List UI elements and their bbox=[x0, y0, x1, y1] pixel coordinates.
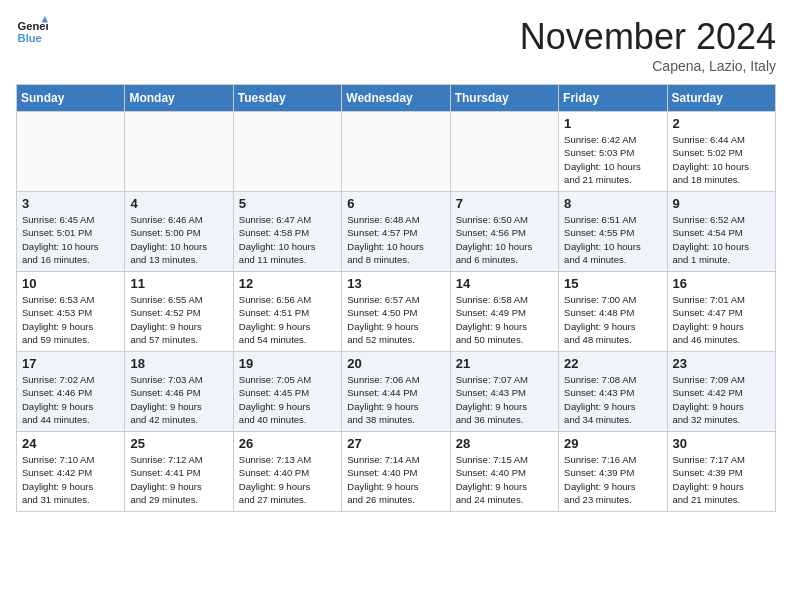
day-number: 5 bbox=[239, 196, 336, 211]
calendar-cell bbox=[450, 112, 558, 192]
day-number: 13 bbox=[347, 276, 444, 291]
day-info: Sunrise: 6:52 AM Sunset: 4:54 PM Dayligh… bbox=[673, 213, 770, 266]
weekday-header: Sunday bbox=[17, 85, 125, 112]
weekday-header: Monday bbox=[125, 85, 233, 112]
day-number: 27 bbox=[347, 436, 444, 451]
day-number: 28 bbox=[456, 436, 553, 451]
page-header: General Blue November 2024 Capena, Lazio… bbox=[16, 16, 776, 74]
calendar-cell: 14Sunrise: 6:58 AM Sunset: 4:49 PM Dayli… bbox=[450, 272, 558, 352]
calendar-cell: 5Sunrise: 6:47 AM Sunset: 4:58 PM Daylig… bbox=[233, 192, 341, 272]
calendar-cell: 6Sunrise: 6:48 AM Sunset: 4:57 PM Daylig… bbox=[342, 192, 450, 272]
day-info: Sunrise: 7:06 AM Sunset: 4:44 PM Dayligh… bbox=[347, 373, 444, 426]
day-number: 22 bbox=[564, 356, 661, 371]
calendar-week-row: 24Sunrise: 7:10 AM Sunset: 4:42 PM Dayli… bbox=[17, 432, 776, 512]
day-info: Sunrise: 7:13 AM Sunset: 4:40 PM Dayligh… bbox=[239, 453, 336, 506]
day-number: 7 bbox=[456, 196, 553, 211]
calendar-cell: 1Sunrise: 6:42 AM Sunset: 5:03 PM Daylig… bbox=[559, 112, 667, 192]
day-info: Sunrise: 7:05 AM Sunset: 4:45 PM Dayligh… bbox=[239, 373, 336, 426]
day-number: 23 bbox=[673, 356, 770, 371]
day-number: 1 bbox=[564, 116, 661, 131]
calendar-cell: 22Sunrise: 7:08 AM Sunset: 4:43 PM Dayli… bbox=[559, 352, 667, 432]
calendar-cell: 13Sunrise: 6:57 AM Sunset: 4:50 PM Dayli… bbox=[342, 272, 450, 352]
day-number: 6 bbox=[347, 196, 444, 211]
day-number: 20 bbox=[347, 356, 444, 371]
calendar-cell: 21Sunrise: 7:07 AM Sunset: 4:43 PM Dayli… bbox=[450, 352, 558, 432]
calendar-cell: 23Sunrise: 7:09 AM Sunset: 4:42 PM Dayli… bbox=[667, 352, 775, 432]
calendar-cell: 26Sunrise: 7:13 AM Sunset: 4:40 PM Dayli… bbox=[233, 432, 341, 512]
calendar-cell: 20Sunrise: 7:06 AM Sunset: 4:44 PM Dayli… bbox=[342, 352, 450, 432]
weekday-header: Friday bbox=[559, 85, 667, 112]
day-number: 3 bbox=[22, 196, 119, 211]
day-number: 14 bbox=[456, 276, 553, 291]
title-block: November 2024 Capena, Lazio, Italy bbox=[520, 16, 776, 74]
calendar-table: SundayMondayTuesdayWednesdayThursdayFrid… bbox=[16, 84, 776, 512]
calendar-cell: 30Sunrise: 7:17 AM Sunset: 4:39 PM Dayli… bbox=[667, 432, 775, 512]
calendar-cell: 7Sunrise: 6:50 AM Sunset: 4:56 PM Daylig… bbox=[450, 192, 558, 272]
calendar-cell: 15Sunrise: 7:00 AM Sunset: 4:48 PM Dayli… bbox=[559, 272, 667, 352]
day-number: 19 bbox=[239, 356, 336, 371]
calendar-cell: 28Sunrise: 7:15 AM Sunset: 4:40 PM Dayli… bbox=[450, 432, 558, 512]
day-number: 29 bbox=[564, 436, 661, 451]
day-info: Sunrise: 7:15 AM Sunset: 4:40 PM Dayligh… bbox=[456, 453, 553, 506]
calendar-cell: 18Sunrise: 7:03 AM Sunset: 4:46 PM Dayli… bbox=[125, 352, 233, 432]
day-info: Sunrise: 6:57 AM Sunset: 4:50 PM Dayligh… bbox=[347, 293, 444, 346]
calendar-cell: 11Sunrise: 6:55 AM Sunset: 4:52 PM Dayli… bbox=[125, 272, 233, 352]
day-number: 16 bbox=[673, 276, 770, 291]
weekday-header: Wednesday bbox=[342, 85, 450, 112]
calendar-cell: 27Sunrise: 7:14 AM Sunset: 4:40 PM Dayli… bbox=[342, 432, 450, 512]
calendar-cell: 29Sunrise: 7:16 AM Sunset: 4:39 PM Dayli… bbox=[559, 432, 667, 512]
calendar-cell: 8Sunrise: 6:51 AM Sunset: 4:55 PM Daylig… bbox=[559, 192, 667, 272]
day-info: Sunrise: 6:48 AM Sunset: 4:57 PM Dayligh… bbox=[347, 213, 444, 266]
day-info: Sunrise: 7:07 AM Sunset: 4:43 PM Dayligh… bbox=[456, 373, 553, 426]
calendar-cell: 25Sunrise: 7:12 AM Sunset: 4:41 PM Dayli… bbox=[125, 432, 233, 512]
day-info: Sunrise: 6:44 AM Sunset: 5:02 PM Dayligh… bbox=[673, 133, 770, 186]
svg-marker-2 bbox=[42, 16, 48, 22]
day-info: Sunrise: 6:42 AM Sunset: 5:03 PM Dayligh… bbox=[564, 133, 661, 186]
calendar-cell: 17Sunrise: 7:02 AM Sunset: 4:46 PM Dayli… bbox=[17, 352, 125, 432]
day-number: 2 bbox=[673, 116, 770, 131]
weekday-header-row: SundayMondayTuesdayWednesdayThursdayFrid… bbox=[17, 85, 776, 112]
day-info: Sunrise: 6:46 AM Sunset: 5:00 PM Dayligh… bbox=[130, 213, 227, 266]
calendar-cell: 2Sunrise: 6:44 AM Sunset: 5:02 PM Daylig… bbox=[667, 112, 775, 192]
calendar-cell bbox=[342, 112, 450, 192]
day-number: 12 bbox=[239, 276, 336, 291]
calendar-cell: 12Sunrise: 6:56 AM Sunset: 4:51 PM Dayli… bbox=[233, 272, 341, 352]
day-info: Sunrise: 7:10 AM Sunset: 4:42 PM Dayligh… bbox=[22, 453, 119, 506]
day-info: Sunrise: 6:55 AM Sunset: 4:52 PM Dayligh… bbox=[130, 293, 227, 346]
day-info: Sunrise: 7:00 AM Sunset: 4:48 PM Dayligh… bbox=[564, 293, 661, 346]
calendar-cell: 24Sunrise: 7:10 AM Sunset: 4:42 PM Dayli… bbox=[17, 432, 125, 512]
day-info: Sunrise: 7:01 AM Sunset: 4:47 PM Dayligh… bbox=[673, 293, 770, 346]
calendar-cell bbox=[125, 112, 233, 192]
day-info: Sunrise: 6:58 AM Sunset: 4:49 PM Dayligh… bbox=[456, 293, 553, 346]
day-info: Sunrise: 7:16 AM Sunset: 4:39 PM Dayligh… bbox=[564, 453, 661, 506]
day-info: Sunrise: 7:03 AM Sunset: 4:46 PM Dayligh… bbox=[130, 373, 227, 426]
day-number: 4 bbox=[130, 196, 227, 211]
calendar-week-row: 3Sunrise: 6:45 AM Sunset: 5:01 PM Daylig… bbox=[17, 192, 776, 272]
day-number: 11 bbox=[130, 276, 227, 291]
day-info: Sunrise: 7:17 AM Sunset: 4:39 PM Dayligh… bbox=[673, 453, 770, 506]
weekday-header: Saturday bbox=[667, 85, 775, 112]
day-number: 18 bbox=[130, 356, 227, 371]
day-info: Sunrise: 6:53 AM Sunset: 4:53 PM Dayligh… bbox=[22, 293, 119, 346]
day-info: Sunrise: 6:45 AM Sunset: 5:01 PM Dayligh… bbox=[22, 213, 119, 266]
calendar-cell: 19Sunrise: 7:05 AM Sunset: 4:45 PM Dayli… bbox=[233, 352, 341, 432]
day-number: 17 bbox=[22, 356, 119, 371]
day-info: Sunrise: 6:50 AM Sunset: 4:56 PM Dayligh… bbox=[456, 213, 553, 266]
location: Capena, Lazio, Italy bbox=[520, 58, 776, 74]
day-number: 10 bbox=[22, 276, 119, 291]
day-number: 21 bbox=[456, 356, 553, 371]
day-number: 15 bbox=[564, 276, 661, 291]
day-info: Sunrise: 7:08 AM Sunset: 4:43 PM Dayligh… bbox=[564, 373, 661, 426]
day-info: Sunrise: 6:51 AM Sunset: 4:55 PM Dayligh… bbox=[564, 213, 661, 266]
calendar-cell: 16Sunrise: 7:01 AM Sunset: 4:47 PM Dayli… bbox=[667, 272, 775, 352]
calendar-cell: 10Sunrise: 6:53 AM Sunset: 4:53 PM Dayli… bbox=[17, 272, 125, 352]
weekday-header: Tuesday bbox=[233, 85, 341, 112]
calendar-week-row: 17Sunrise: 7:02 AM Sunset: 4:46 PM Dayli… bbox=[17, 352, 776, 432]
logo: General Blue bbox=[16, 16, 48, 48]
day-number: 24 bbox=[22, 436, 119, 451]
month-title: November 2024 bbox=[520, 16, 776, 58]
calendar-cell: 9Sunrise: 6:52 AM Sunset: 4:54 PM Daylig… bbox=[667, 192, 775, 272]
day-info: Sunrise: 7:09 AM Sunset: 4:42 PM Dayligh… bbox=[673, 373, 770, 426]
day-number: 26 bbox=[239, 436, 336, 451]
day-info: Sunrise: 7:14 AM Sunset: 4:40 PM Dayligh… bbox=[347, 453, 444, 506]
